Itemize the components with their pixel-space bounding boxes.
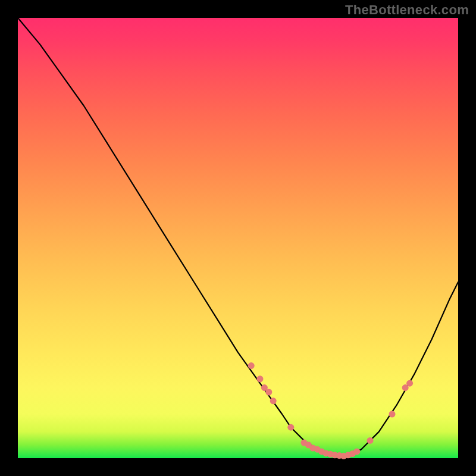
curve-marker bbox=[353, 448, 360, 455]
curve-marker bbox=[367, 437, 374, 444]
curve-marker bbox=[270, 397, 277, 404]
bottleneck-curve bbox=[18, 18, 458, 456]
watermark-text: TheBottleneck.com bbox=[345, 2, 469, 18]
marker-group bbox=[248, 362, 413, 459]
curve-marker bbox=[265, 389, 272, 396]
chart-svg bbox=[18, 18, 458, 458]
curve-marker bbox=[389, 411, 396, 418]
plot-area bbox=[18, 18, 458, 458]
curve-marker bbox=[287, 424, 294, 431]
curve-marker bbox=[257, 375, 264, 382]
curve-marker bbox=[406, 380, 413, 387]
chart-root: TheBottleneck.com bbox=[0, 0, 476, 476]
curve-marker bbox=[248, 362, 255, 369]
